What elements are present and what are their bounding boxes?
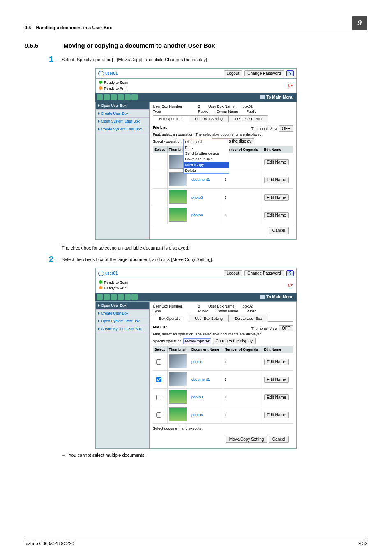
- title-num: 9.5.5: [25, 42, 62, 49]
- thumbnail-icon: [169, 372, 187, 386]
- row-checkbox[interactable]: [156, 377, 161, 382]
- tab-user-box-setting[interactable]: User Box Setting: [189, 115, 229, 122]
- thumbnail-icon: [169, 208, 187, 222]
- logout-button[interactable]: Logout: [224, 70, 242, 76]
- footer-page: 9-32: [358, 541, 367, 546]
- edit-name-button[interactable]: Edit Name: [264, 394, 289, 400]
- user-icon: [98, 271, 104, 276]
- step1-text: Select [Specify operation] - [Move/Copy]…: [62, 55, 367, 64]
- scan-led-icon: [99, 280, 102, 284]
- step2-num: 2: [25, 254, 62, 264]
- change-password-button[interactable]: Change Password: [244, 270, 284, 276]
- toolbar-icon[interactable]: [118, 294, 124, 300]
- status-print: Ready to Print: [104, 86, 127, 90]
- tab-delete-user-box[interactable]: Delete User Box: [229, 115, 268, 122]
- arrow-note: You cannot select multiple documents.: [69, 453, 145, 458]
- move-copy-setting-button[interactable]: Move/Copy Setting: [226, 436, 268, 443]
- print-led-icon: [99, 286, 102, 289]
- specify-operation-select[interactable]: Move/Copy: [183, 338, 211, 344]
- main-menu-icon: [260, 295, 265, 299]
- tab-box-operation[interactable]: Box Operation: [153, 115, 189, 122]
- sidebar-create-user-box[interactable]: Create User Box: [96, 110, 149, 118]
- sidebar-open-user-box[interactable]: Open User Box: [96, 302, 149, 310]
- cancel-button[interactable]: Cancel: [269, 227, 289, 234]
- tab-user-box-setting[interactable]: User Box Setting: [189, 315, 229, 322]
- refresh-icon[interactable]: ⟳: [288, 81, 293, 90]
- status-scan: Ready to Scan: [104, 81, 128, 85]
- doc-link[interactable]: photo4: [191, 413, 203, 417]
- username[interactable]: user01: [105, 271, 118, 275]
- arrow-icon: →: [62, 453, 66, 458]
- sidebar-create-system-user-box[interactable]: Create System User Box: [96, 125, 149, 133]
- toolbar-icon[interactable]: [104, 94, 110, 100]
- help-icon[interactable]: ?: [286, 270, 294, 276]
- doc-link[interactable]: photo1: [191, 360, 203, 364]
- doc-link[interactable]: photo3: [191, 195, 203, 199]
- toolbar-icon[interactable]: [131, 294, 138, 300]
- toolbar-icon[interactable]: [111, 294, 117, 300]
- file-table: SelectThumbnailDocument NameNumber of Or…: [153, 346, 293, 424]
- edit-name-button[interactable]: Edit Name: [264, 194, 289, 201]
- edit-name-button[interactable]: Edit Name: [264, 412, 289, 418]
- edit-name-button[interactable]: Edit Name: [264, 359, 289, 365]
- toolbar-icon[interactable]: [111, 94, 117, 100]
- header-section-title: Handling a document in a User Box: [36, 25, 112, 30]
- row-checkbox[interactable]: [156, 395, 161, 400]
- logout-button[interactable]: Logout: [224, 270, 242, 276]
- sidebar-open-user-box[interactable]: Open User Box: [96, 102, 149, 110]
- row-checkbox[interactable]: [156, 359, 161, 365]
- specify-operation-label: Specify operation: [153, 139, 182, 143]
- toolbar-icon[interactable]: [125, 294, 131, 300]
- toolbar-icon[interactable]: [104, 294, 110, 300]
- sidebar-open-system-user-box[interactable]: Open System User Box: [96, 118, 149, 125]
- username[interactable]: user01: [105, 71, 118, 75]
- screenshot-2: user01 Logout Change Password ? Ready to…: [95, 268, 297, 449]
- toolbar-icon[interactable]: [97, 294, 103, 300]
- chapter-badge: 9: [352, 16, 367, 30]
- title-text: Moving or copying a document to another …: [63, 42, 215, 49]
- changes-display-button[interactable]: Changes the display: [213, 338, 256, 344]
- header-section-no: 9.5: [25, 25, 31, 30]
- first-select-note: First, select an operation. The selectab…: [153, 132, 293, 136]
- step1-num: 1: [25, 55, 62, 64]
- print-led-icon: [99, 86, 102, 90]
- user-icon: [98, 71, 104, 76]
- edit-name-button[interactable]: Edit Name: [264, 377, 289, 383]
- doc-link[interactable]: document1: [191, 178, 210, 182]
- to-main-menu[interactable]: To Main Menu: [266, 295, 293, 299]
- tab-delete-user-box[interactable]: Delete User Box: [229, 315, 268, 322]
- change-password-button[interactable]: Change Password: [244, 70, 284, 76]
- thumbnail-icon: [169, 172, 187, 186]
- cancel-button[interactable]: Cancel: [269, 436, 289, 443]
- toolbar-icon[interactable]: [125, 94, 131, 100]
- edit-name-button[interactable]: Edit Name: [264, 212, 289, 218]
- to-main-menu[interactable]: To Main Menu: [266, 95, 293, 99]
- thumbnail-off-button[interactable]: OFF: [279, 325, 293, 331]
- toolbar-icon[interactable]: [131, 94, 138, 100]
- doc-link[interactable]: photo3: [191, 395, 203, 399]
- doc-link[interactable]: document1: [191, 377, 210, 382]
- footer-model: bizhub C360/C280/C220: [25, 541, 74, 546]
- thumbnail-icon: [169, 190, 187, 204]
- help-icon[interactable]: ?: [286, 70, 294, 76]
- scan-led-icon: [99, 81, 102, 84]
- thumbnail-icon: [169, 407, 187, 421]
- screenshot-1: user01 Logout Change Password ? Ready to…: [95, 68, 297, 240]
- paragraph-1: The check box for selecting an available…: [62, 245, 367, 250]
- toolbar-icon[interactable]: [97, 94, 103, 100]
- main-menu-icon: [260, 95, 265, 99]
- select-doc-note: Select document and execute.: [153, 426, 293, 430]
- tab-box-operation[interactable]: Box Operation: [153, 315, 189, 322]
- operation-dropdown: Display All Print Send to other device D…: [183, 139, 229, 174]
- refresh-icon[interactable]: ⟳: [288, 281, 293, 290]
- file-list-heading: File List: [153, 125, 167, 132]
- toolbar-icon[interactable]: [118, 94, 124, 100]
- edit-name-button[interactable]: Edit Name: [264, 159, 289, 165]
- doc-link[interactable]: photo4: [191, 213, 203, 217]
- edit-name-button[interactable]: Edit Name: [264, 177, 289, 183]
- sidebar-create-user-box[interactable]: Create User Box: [96, 310, 149, 317]
- sidebar-open-system-user-box[interactable]: Open System User Box: [96, 317, 149, 325]
- row-checkbox[interactable]: [156, 412, 161, 418]
- sidebar-create-system-user-box[interactable]: Create System User Box: [96, 325, 149, 333]
- thumbnail-off-button[interactable]: OFF: [279, 125, 293, 132]
